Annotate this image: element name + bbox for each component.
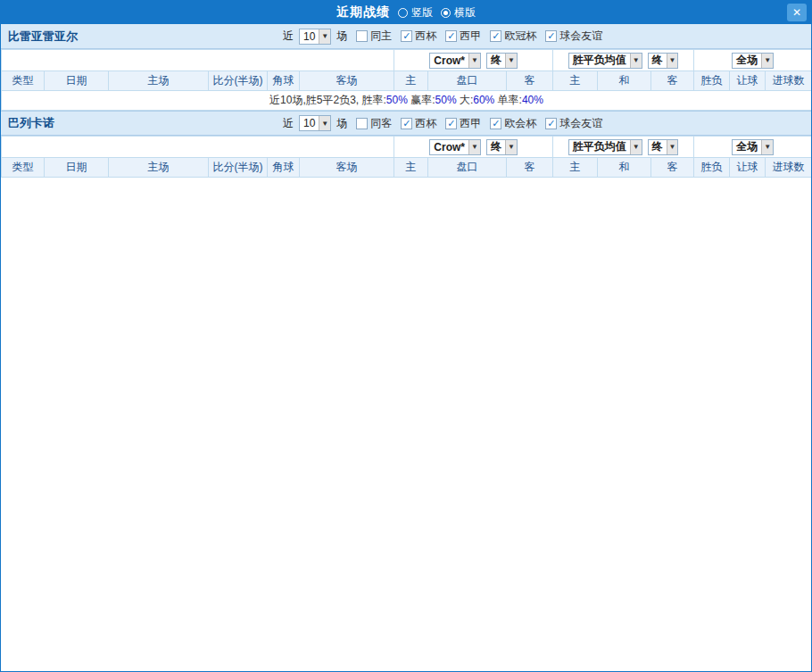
radio-selected-icon bbox=[441, 8, 451, 18]
radio-icon bbox=[398, 8, 408, 18]
header-home: 主场 bbox=[109, 71, 209, 91]
header-away: 客场 bbox=[300, 71, 394, 91]
bookmaker-select[interactable]: Crow* ▼ bbox=[429, 139, 481, 155]
filter-option[interactable]: ✓西杯 bbox=[401, 29, 436, 44]
results-table: Crow* ▼ 终 ▼ 胜平负均值 bbox=[1, 49, 812, 111]
checkbox-label: 球会友谊 bbox=[559, 116, 602, 131]
header-goals: 进球数 bbox=[766, 158, 812, 178]
team-bar: 比雷亚雷亚尔 近 10 ▼ 场 同主✓西杯✓西甲✓欧冠杯✓球会友谊 bbox=[1, 24, 811, 49]
select-value: 全场 bbox=[736, 139, 758, 154]
header-avg-draw: 和 bbox=[598, 158, 651, 178]
checkbox-label: 欧冠杯 bbox=[504, 29, 536, 44]
checkbox-label: 西杯 bbox=[415, 29, 436, 44]
header-result: 胜负 bbox=[694, 158, 730, 178]
league-filters: 同主✓西杯✓西甲✓欧冠杯✓球会友谊 bbox=[356, 29, 602, 44]
filter-option[interactable]: 同主 bbox=[356, 29, 392, 44]
filter-option[interactable]: ✓西甲 bbox=[445, 29, 481, 44]
close-button[interactable]: ✕ bbox=[787, 4, 807, 21]
near-label: 近 bbox=[283, 116, 294, 131]
checkbox-checked-icon[interactable]: ✓ bbox=[545, 30, 557, 42]
checkbox-checked-icon[interactable]: ✓ bbox=[401, 118, 412, 129]
chevron-down-icon: ▼ bbox=[468, 54, 480, 68]
select-value: Crow* bbox=[434, 141, 465, 153]
match-count-select[interactable]: 10 ▼ bbox=[299, 29, 331, 45]
header-type: 类型 bbox=[2, 158, 45, 178]
final-odds-select[interactable]: 终 ▼ bbox=[648, 139, 679, 155]
match-count-select[interactable]: 10 ▼ bbox=[299, 115, 331, 131]
recent-results-popup: 近期战绩 竖版 横版 ✕ 比雷亚雷亚尔 近 10 ▼ 场 bbox=[0, 0, 812, 672]
games-label: 场 bbox=[336, 116, 347, 131]
header-score: 比分(半场) bbox=[209, 71, 268, 91]
empty-header-cell bbox=[2, 50, 394, 71]
layout-radio-vertical[interactable]: 竖版 bbox=[398, 5, 433, 21]
filter-option[interactable]: ✓球会友谊 bbox=[545, 29, 602, 44]
games-label: 场 bbox=[336, 29, 347, 44]
chevron-down-icon: ▼ bbox=[468, 140, 480, 154]
checkbox-label: 西甲 bbox=[460, 29, 481, 44]
dropdown-row: Crow* ▼ 终 ▼ 胜平负均值 bbox=[2, 137, 812, 158]
checkbox-checked-icon[interactable]: ✓ bbox=[401, 30, 412, 42]
odds-type-select[interactable]: 胜平负均值 ▼ bbox=[568, 53, 642, 69]
chevron-down-icon: ▼ bbox=[319, 116, 330, 130]
header-corner: 角球 bbox=[268, 71, 300, 91]
scope-select[interactable]: 全场 ▼ bbox=[732, 139, 774, 155]
header-away: 客场 bbox=[300, 158, 394, 178]
select-value: Crow* bbox=[434, 54, 465, 67]
summary-segment: 40% bbox=[522, 94, 543, 106]
header-handicap: 盘口 bbox=[428, 71, 507, 91]
summary-segment: 赢率: bbox=[408, 94, 435, 106]
chevron-down-icon: ▼ bbox=[667, 54, 678, 68]
header-date: 日期 bbox=[45, 71, 109, 91]
checkbox-checked-icon[interactable]: ✓ bbox=[545, 118, 557, 129]
checkbox-checked-icon[interactable]: ✓ bbox=[490, 118, 501, 129]
team-bar: 巴列卡诺 近 10 ▼ 场 同客✓西杯✓西甲✓欧会杯✓球会友谊 bbox=[1, 111, 811, 136]
filter-option[interactable]: ✓欧冠杯 bbox=[490, 29, 536, 44]
checkbox-checked-icon[interactable]: ✓ bbox=[445, 30, 457, 42]
summary-segment: 单率: bbox=[494, 94, 522, 106]
handicap-odds-controls: Crow* ▼ 终 ▼ bbox=[394, 137, 553, 158]
select-value: 胜平负均值 bbox=[573, 53, 626, 68]
header-avg-away: 客 bbox=[651, 158, 694, 178]
checkbox-label: 球会友谊 bbox=[559, 29, 602, 44]
header-let-goal: 让球 bbox=[730, 71, 766, 91]
filter-option[interactable]: ✓西杯 bbox=[401, 116, 436, 131]
header-date: 日期 bbox=[45, 158, 109, 178]
header-corner: 角球 bbox=[268, 158, 300, 178]
checkbox-label: 欧会杯 bbox=[504, 116, 536, 131]
checkbox-unchecked-icon[interactable] bbox=[356, 30, 368, 42]
checkbox-label: 同主 bbox=[370, 29, 392, 44]
header-odds-away: 客 bbox=[507, 158, 553, 178]
chevron-down-icon: ▼ bbox=[761, 140, 773, 154]
page-title: 近期战绩 bbox=[336, 4, 390, 21]
summary-segment: 50% bbox=[435, 94, 457, 106]
bookmaker-select[interactable]: Crow* ▼ bbox=[429, 53, 481, 69]
filter-option[interactable]: 同客 bbox=[356, 116, 392, 131]
near-label: 近 bbox=[283, 29, 294, 44]
filter-option[interactable]: ✓西甲 bbox=[445, 116, 481, 131]
header-row: 类型 日期 主场 比分(半场) 角球 客场 主 盘口 客 主 和 客 胜负 让球… bbox=[2, 158, 812, 178]
summary-segment: 60% bbox=[473, 94, 494, 106]
final-odds-select[interactable]: 终 ▼ bbox=[486, 53, 518, 69]
checkbox-checked-icon[interactable]: ✓ bbox=[445, 118, 457, 129]
checkbox-checked-icon[interactable]: ✓ bbox=[490, 30, 501, 42]
header-row: 类型 日期 主场 比分(半场) 角球 客场 主 盘口 客 主 和 客 胜负 让球… bbox=[2, 71, 812, 91]
handicap-odds-controls: Crow* ▼ 终 ▼ bbox=[394, 50, 553, 71]
header-avg-home: 主 bbox=[553, 158, 598, 178]
team-section-rayo: 巴列卡诺 近 10 ▼ 场 同客✓西杯✓西甲✓欧会杯✓球会友谊 bbox=[1, 111, 811, 178]
odds-type-select[interactable]: 胜平负均值 ▼ bbox=[568, 139, 642, 155]
scope-select[interactable]: 全场 ▼ bbox=[732, 53, 774, 69]
select-value: 全场 bbox=[736, 53, 758, 68]
chevron-down-icon: ▼ bbox=[667, 140, 678, 154]
checkbox-label: 同客 bbox=[370, 116, 392, 131]
final-odds-select[interactable]: 终 ▼ bbox=[486, 139, 518, 155]
checkbox-unchecked-icon[interactable] bbox=[356, 118, 368, 129]
layout-radio-horizontal[interactable]: 横版 bbox=[441, 5, 476, 21]
header-goals: 进球数 bbox=[766, 71, 812, 91]
header-avg-home: 主 bbox=[553, 71, 598, 91]
chevron-down-icon: ▼ bbox=[505, 54, 517, 68]
filter-option[interactable]: ✓欧会杯 bbox=[490, 116, 536, 131]
filter-bar: 近 10 ▼ 场 同主✓西杯✓西甲✓欧冠杯✓球会友谊 bbox=[283, 24, 602, 48]
final-odds-select[interactable]: 终 ▼ bbox=[648, 53, 679, 69]
select-value: 胜平负均值 bbox=[573, 139, 626, 154]
filter-option[interactable]: ✓球会友谊 bbox=[545, 116, 602, 131]
